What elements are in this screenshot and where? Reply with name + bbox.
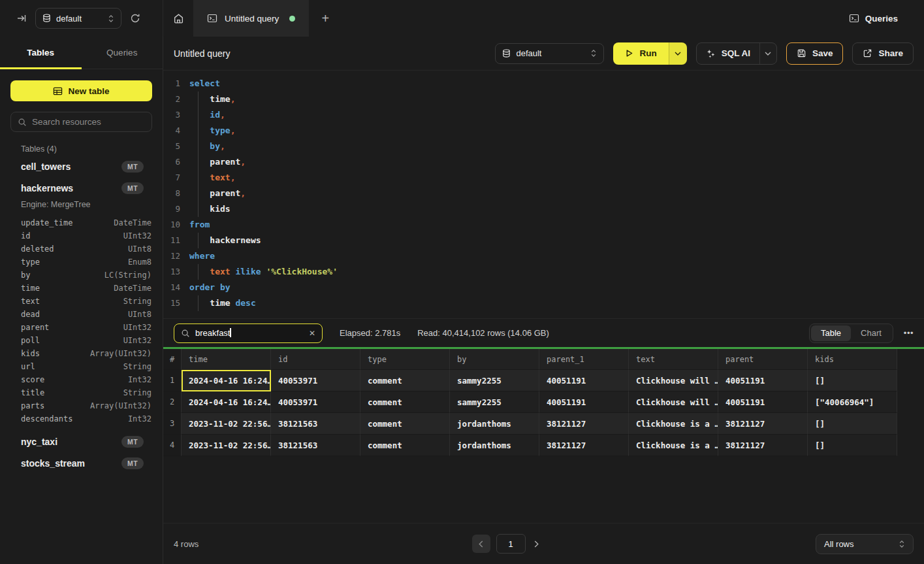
column-header-by[interactable]: by (450, 349, 539, 370)
editor-code: order by (189, 280, 231, 295)
column-name: poll (21, 336, 123, 345)
column-header-kids[interactable]: kids (808, 349, 897, 370)
table-cell[interactable]: 2023-11-02 22:56… (182, 413, 271, 435)
results-more-button[interactable]: ••• (904, 328, 914, 338)
editor-code: by, (189, 139, 225, 154)
table-cell[interactable]: [] (808, 413, 897, 435)
table-cell[interactable]: 2023-11-02 22:56… (182, 435, 271, 456)
row-index[interactable]: 3 (163, 413, 182, 435)
sidebar-tab-queries[interactable]: Queries (82, 37, 163, 69)
next-page-button[interactable] (534, 540, 539, 548)
share-button[interactable]: Share (852, 42, 914, 65)
table-cell[interactable]: ["40066964"] (808, 391, 897, 413)
column-type: Array(UInt32) (90, 401, 151, 410)
table-cell[interactable]: jordanthoms (450, 435, 539, 456)
table-cell[interactable]: [] (808, 435, 897, 456)
sql-ai-button[interactable]: SQL AI (697, 43, 759, 64)
search-icon (181, 329, 190, 338)
previous-page-button[interactable] (472, 535, 490, 553)
table-cell[interactable]: comment (360, 391, 450, 413)
line-number: 9 (163, 201, 180, 217)
table-cell[interactable]: jordanthoms (450, 413, 539, 435)
table-cell[interactable]: 38121563 (271, 435, 360, 456)
new-table-button[interactable]: New table (10, 80, 152, 101)
table-list-item[interactable]: stocks_streamMT (21, 452, 151, 474)
database-icon (42, 14, 51, 23)
refresh-icon[interactable] (130, 13, 140, 24)
table-cell[interactable]: 40051191 (539, 391, 629, 413)
share-icon (863, 48, 872, 58)
table-cell[interactable]: Clickhouse will … (629, 370, 718, 391)
save-button[interactable]: Save (786, 42, 844, 65)
row-index[interactable]: 2 (163, 391, 182, 413)
table-cell[interactable]: 38121127 (539, 435, 629, 456)
table-cell[interactable]: Clickhouse is a … (629, 435, 718, 456)
table-cell[interactable]: 40053971 (271, 391, 360, 413)
table-cell[interactable]: 2024-04-16 16:24… (182, 370, 271, 391)
column-header-index[interactable]: # (163, 349, 182, 370)
column-type: Array(UInt32) (90, 349, 151, 358)
results-toolbar: breakfast ✕ Elapsed: 2.781s Read: 40,414… (163, 318, 924, 347)
new-tab-button[interactable]: + (309, 0, 342, 37)
line-number: 4 (163, 123, 180, 139)
queries-button[interactable]: Queries (849, 13, 898, 24)
table-cell[interactable]: [] (808, 370, 897, 391)
database-selector[interactable]: default (35, 8, 121, 29)
table-column-row: pollUInt32 (21, 334, 151, 347)
tab-untitled-query[interactable]: Untitled query (193, 0, 309, 37)
column-header-id[interactable]: id (271, 349, 360, 370)
run-options-button[interactable] (669, 42, 687, 65)
table-list-item[interactable]: nyc_taxiMT (21, 431, 151, 452)
token-pn: , (240, 188, 246, 198)
page-size-selector[interactable]: All rows (816, 534, 914, 554)
sql-ai-options-button[interactable] (759, 43, 776, 64)
sql-editor[interactable]: 1select2 time,3 id,4 type,5 by,6 parent,… (163, 71, 924, 318)
table-cell[interactable]: 40051191 (718, 391, 808, 413)
results-footer: 4 rows 1 All rows (163, 523, 924, 564)
table-cell[interactable]: 2024-04-16 16:24… (182, 391, 271, 413)
view-toggle-table[interactable]: Table (811, 325, 851, 341)
table-list: cell_towersMThackernewsMTEngine: MergeTr… (0, 154, 163, 474)
table-cell[interactable]: comment (360, 370, 450, 391)
table-engine-badge: MT (121, 182, 144, 194)
table-cell[interactable]: Clickhouse is a … (629, 413, 718, 435)
table-list-item[interactable]: hackernewsMT (21, 177, 151, 199)
row-index[interactable]: 4 (163, 435, 182, 456)
column-header-text[interactable]: text (629, 349, 718, 370)
table-cell[interactable]: Clickhouse will … (629, 391, 718, 413)
table-list-item[interactable]: cell_towersMT (21, 156, 151, 177)
current-page[interactable]: 1 (496, 534, 526, 554)
column-header-parent[interactable]: parent (718, 349, 808, 370)
query-database-selector[interactable]: default (495, 43, 604, 64)
table-cell[interactable]: 38121127 (539, 413, 629, 435)
token-id: time (210, 94, 230, 104)
table-cell[interactable]: 40053971 (271, 370, 360, 391)
home-button[interactable] (163, 0, 193, 37)
table-cell[interactable]: comment (360, 413, 450, 435)
table-cell[interactable]: sammy2255 (450, 391, 539, 413)
table-cell[interactable]: sammy2255 (450, 370, 539, 391)
table-cell[interactable]: 38121127 (718, 435, 808, 456)
table-cell[interactable]: 40051191 (718, 370, 808, 391)
column-type: UInt8 (128, 310, 151, 319)
view-toggle-chart[interactable]: Chart (851, 325, 891, 341)
row-index[interactable]: 1 (163, 370, 182, 391)
sidebar-tabs: Tables Queries (0, 37, 163, 69)
column-header-parent_1[interactable]: parent_1 (539, 349, 629, 370)
results-search-input[interactable]: breakfast ✕ (174, 323, 323, 343)
table-cell[interactable]: 40051191 (539, 370, 629, 391)
run-button[interactable]: Run (613, 42, 668, 65)
table-cell[interactable]: 38121127 (718, 413, 808, 435)
collapse-sidebar-icon[interactable] (16, 13, 27, 24)
column-type: String (123, 362, 151, 371)
clear-search-button[interactable]: ✕ (309, 329, 315, 338)
table-cell[interactable]: comment (360, 435, 450, 456)
token-kw: where (189, 251, 215, 261)
sidebar-tab-tables[interactable]: Tables (0, 37, 82, 69)
column-name: score (21, 375, 128, 384)
column-header-type[interactable]: type (360, 349, 450, 370)
column-type: LC(String) (104, 271, 151, 280)
column-header-time[interactable]: time (182, 349, 271, 370)
table-cell[interactable]: 38121563 (271, 413, 360, 435)
sidebar-search-input[interactable]: Search resources (10, 112, 152, 132)
